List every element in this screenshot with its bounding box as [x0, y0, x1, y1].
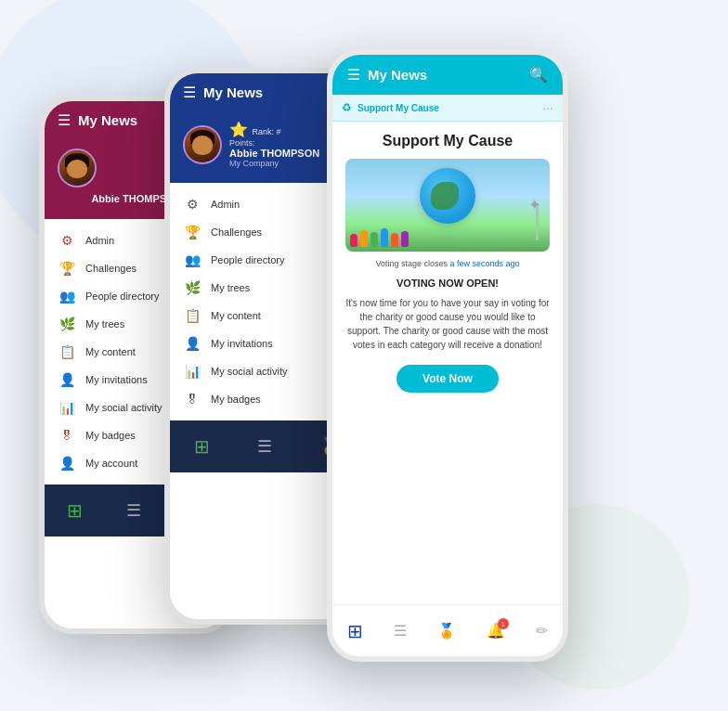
menu2-label-admin: Admin — [211, 199, 240, 210]
social-icon-2: 📊 — [183, 364, 202, 379]
menu2-label-trees: My trees — [211, 282, 250, 293]
phone3-title: My News — [368, 67, 522, 83]
invitations-icon: 👤 — [58, 372, 76, 387]
nav-grid-icon-2[interactable]: ⊞ — [194, 435, 210, 458]
news-card: ♻ Support My Cause ··· Support My Cause — [332, 95, 563, 404]
menu-label-content: My content — [85, 346, 136, 357]
nav-list-icon[interactable]: ☰ — [126, 500, 141, 521]
search-icon[interactable]: 🔍 — [529, 66, 548, 84]
account-icon: 👤 — [58, 456, 76, 471]
menu-label-social: My social activity — [85, 402, 162, 413]
people-graphic — [350, 228, 409, 247]
menu2-label-people: People directory — [211, 254, 285, 265]
trees-icon: 🌿 — [58, 317, 76, 331]
hamburger-icon-3[interactable]: ☰ — [347, 68, 360, 83]
menu-label-invitations: My invitations — [85, 374, 148, 385]
hamburger-icon-2[interactable]: ☰ — [183, 85, 196, 100]
menu-label-admin: Admin — [85, 235, 114, 246]
menu-label-account: My account — [85, 458, 137, 469]
voting-closes-text: Voting stage closes a few seconds ago — [345, 259, 550, 268]
people-icon: 👥 — [58, 289, 76, 304]
nav-notifications-icon[interactable]: 🔔 1 — [487, 622, 505, 640]
voting-closes-link[interactable]: a few seconds ago — [450, 259, 520, 268]
menu-label-badges: My badges — [85, 430, 136, 441]
admin-icon: ⚙ — [58, 233, 76, 248]
nav-list-icon-3[interactable]: ☰ — [394, 622, 407, 640]
voting-open-label: VOTING NOW OPEN! — [345, 278, 550, 289]
globe-graphic — [420, 168, 475, 224]
cause-icon: ♻ — [342, 101, 352, 114]
trees-icon-2: 🌿 — [183, 280, 202, 295]
menu2-label-challenges: Challenges — [211, 226, 262, 238]
badges-icon: 🎖 — [58, 428, 76, 443]
people-icon-2: 👥 — [183, 252, 202, 267]
news-main-title: Support My Cause — [345, 133, 550, 149]
scene: ☰ My News ⭐ Rank: Points: Abbie THOMPSON — [20, 21, 708, 690]
news-card-header: ♻ Support My Cause ··· — [332, 95, 563, 122]
challenges-icon-2: 🏆 — [183, 225, 202, 239]
menu2-label-invitations: My invitations — [211, 338, 273, 349]
social-icon: 📊 — [58, 400, 76, 415]
more-options-icon[interactable]: ··· — [542, 100, 553, 115]
content-icon: 📋 — [58, 344, 76, 359]
phone3-header: ☰ My News 🔍 — [332, 55, 563, 95]
voting-description: It's now time for you to have your say i… — [345, 296, 550, 352]
menu-label-people: People directory — [85, 291, 160, 302]
nav-leaderboard-icon-3[interactable]: 🏅 — [437, 622, 456, 640]
phone3-bottom-nav: ⊞ ☰ 🏅 🔔 1 ✏ — [332, 604, 563, 656]
nav-edit-icon[interactable]: ✏ — [536, 622, 548, 640]
avatar — [58, 149, 97, 187]
hamburger-icon[interactable]: ☰ — [58, 113, 71, 128]
menu2-label-badges: My badges — [211, 394, 261, 405]
menu2-label-social: My social activity — [211, 366, 288, 377]
menu2-label-content: My content — [211, 310, 261, 321]
windmill-graphic — [536, 203, 539, 240]
nav-grid-icon-3[interactable]: ⊞ — [347, 620, 363, 642]
menu-label-challenges: Challenges — [85, 263, 136, 274]
vote-now-button[interactable]: Vote Now — [396, 365, 499, 393]
content-icon-2: 📋 — [183, 308, 202, 323]
avatar-2 — [183, 125, 222, 164]
invitations-icon-2: 👤 — [183, 336, 202, 351]
nav-list-icon-2[interactable]: ☰ — [257, 436, 272, 457]
challenges-icon: 🏆 — [58, 261, 76, 276]
nav-grid-icon[interactable]: ⊞ — [67, 499, 83, 522]
admin-icon-2: ⚙ — [183, 197, 202, 212]
cause-illustration — [345, 159, 550, 252]
rank-text-2: Rank: # — [252, 127, 280, 136]
phone-3: ☰ My News 🔍 ♻ Support My Cause ··· Suppo… — [327, 49, 568, 662]
notification-badge: 1 — [498, 618, 509, 629]
news-card-header-title: Support My Cause — [358, 103, 537, 113]
menu-label-trees: My trees — [85, 318, 124, 330]
badges-icon-2: 🎖 — [183, 392, 202, 407]
news-card-body: Support My Cause Voting stage — [332, 122, 563, 404]
